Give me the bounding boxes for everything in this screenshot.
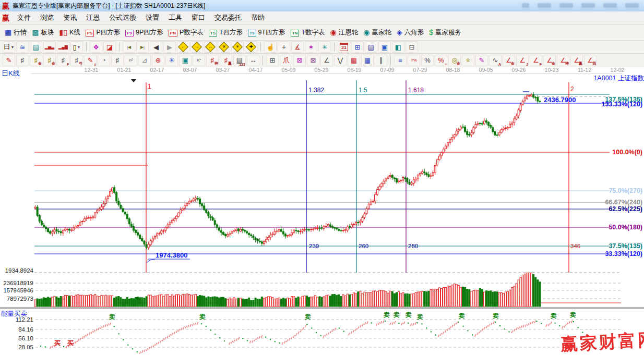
svg-text:1.5: 1.5: [359, 87, 367, 94]
svg-text:11-12: 11-12: [578, 67, 591, 73]
svg-text:1.618: 1.618: [408, 87, 424, 94]
svg-text:50.0%(180): 50.0%(180): [609, 224, 642, 231]
svg-text:卖: 卖: [550, 312, 557, 320]
candlesticks: [34, 92, 541, 250]
gann-count-number: 239: [309, 243, 319, 249]
svg-text:卖: 卖: [199, 313, 206, 321]
svg-text:06-19: 06-19: [348, 67, 362, 73]
svg-text:1: 1: [148, 83, 151, 90]
svg-text:133.33%(120): 133.33%(120): [601, 101, 642, 108]
gann-count-number: 346: [570, 243, 580, 249]
period-label: 日K线: [2, 69, 20, 78]
svg-text:66.67%(240): 66.67%(240): [605, 199, 642, 206]
svg-text:28.05: 28.05: [18, 344, 33, 350]
svg-text:卖: 卖: [304, 313, 311, 321]
svg-text:10-23: 10-23: [545, 67, 559, 73]
pane-separator: [0, 307, 644, 309]
svg-text:75.0%(270): 75.0%(270): [609, 187, 642, 194]
gann-level-lines: 137.5%(135)133.33%(120)100.0%(0)75.0%(27…: [34, 94, 642, 258]
trade-signals: 卖卖卖卖卖卖卖卖卖卖卖买买: [54, 311, 576, 347]
gann-count-number: 260: [359, 243, 368, 249]
svg-text:04-17: 04-17: [249, 67, 263, 73]
svg-text:12-02: 12-02: [611, 67, 625, 73]
svg-text:07-29: 07-29: [413, 67, 427, 73]
svg-text:03-07: 03-07: [183, 67, 197, 73]
svg-text:买: 买: [54, 339, 61, 347]
svg-text:2: 2: [570, 85, 574, 93]
svg-text:卖: 卖: [393, 311, 400, 319]
svg-text:买: 买: [67, 339, 74, 347]
volume-bars: [34, 273, 541, 307]
svg-text:78972973: 78972973: [7, 296, 33, 302]
svg-text:09-05: 09-05: [479, 67, 493, 73]
dashed-grid-lines: [34, 96, 621, 347]
site-watermark: 赢家财富网: [560, 328, 644, 355]
svg-text:157945946: 157945946: [3, 287, 33, 293]
svg-text:260: 260: [359, 243, 368, 249]
svg-text:05-29: 05-29: [315, 67, 329, 73]
svg-text:卖: 卖: [492, 312, 499, 320]
price-tag: 1974.3800: [147, 251, 190, 263]
date-axis: 12-3101-2102-1703-0703-2704-1705-0905-29…: [85, 67, 625, 73]
svg-text:236918919: 236918919: [3, 280, 33, 286]
application-window: 赢 赢家江恩专业版[赢家内部服务平台] - [上证指数 SH1A0001-237…: [0, 0, 644, 355]
svg-text:卖: 卖: [383, 311, 390, 319]
svg-text:卖: 卖: [458, 312, 465, 320]
gann-count-number: 280: [408, 243, 418, 249]
svg-text:33.33%(120): 33.33%(120): [605, 250, 642, 258]
svg-text:03-27: 03-27: [216, 67, 230, 73]
svg-text:卖: 卖: [569, 311, 576, 319]
svg-text:56.10: 56.10: [18, 335, 33, 341]
svg-text:239: 239: [309, 243, 319, 249]
svg-text:62.5%(225): 62.5%(225): [609, 205, 642, 213]
svg-text:2436.7900: 2436.7900: [544, 96, 576, 104]
oscillator-title: 能量买卖: [1, 310, 27, 319]
svg-text:280: 280: [408, 243, 418, 249]
price-tag: 2436.7900: [544, 96, 576, 104]
svg-text:100.0%(0): 100.0%(0): [612, 149, 642, 156]
oscillator-curve: [40, 321, 588, 354]
svg-text:01-21: 01-21: [117, 67, 132, 73]
svg-text:1.382: 1.382: [308, 87, 324, 94]
svg-text:08-18: 08-18: [446, 67, 460, 73]
svg-text:37.5%(135): 37.5%(135): [609, 242, 642, 250]
svg-text:346: 346: [570, 243, 580, 249]
svg-text:07-09: 07-09: [380, 67, 395, 73]
down-triangle-marker: [131, 79, 136, 82]
svg-text:卖: 卖: [416, 313, 423, 321]
kline-chart-surface[interactable]: 12-3101-2102-1703-0703-2704-1705-0905-29…: [0, 0, 644, 355]
svg-text:1934.8924: 1934.8924: [5, 267, 34, 274]
symbol-label: 1A0001 上证指数: [593, 74, 644, 83]
svg-text:84.16: 84.16: [18, 326, 33, 333]
svg-text:05-09: 05-09: [282, 67, 296, 73]
svg-text:12-31: 12-31: [85, 67, 99, 73]
svg-text:09-26: 09-26: [512, 67, 526, 73]
svg-text:1974.3800: 1974.3800: [156, 251, 187, 259]
svg-text:卖: 卖: [405, 311, 412, 319]
svg-text:02-17: 02-17: [150, 67, 164, 73]
svg-text:卖: 卖: [109, 313, 115, 321]
